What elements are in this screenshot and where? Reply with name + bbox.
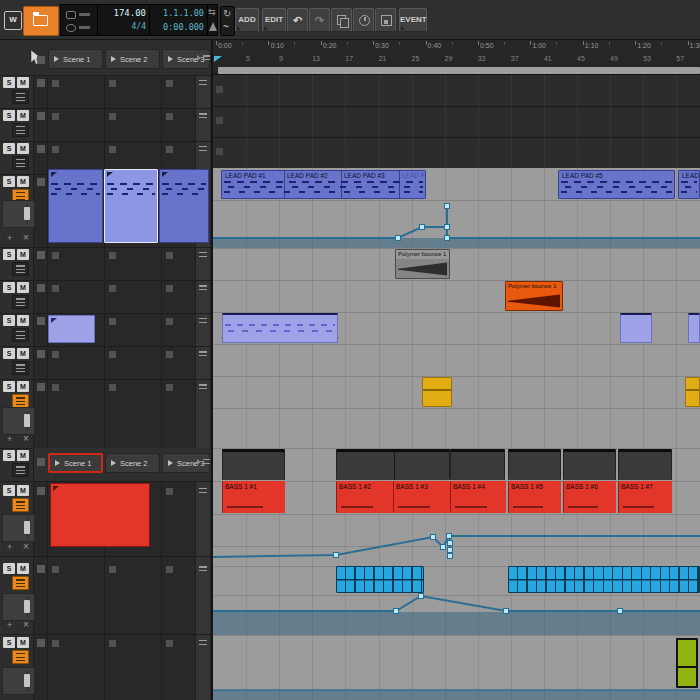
undo-button[interactable]: ↶ — [287, 8, 308, 32]
arranger-clip[interactable]: BASS 1 #5 — [508, 481, 561, 513]
arranger-clip[interactable]: BASS 1 #3 — [393, 481, 450, 513]
clip-slot-button[interactable] — [109, 252, 116, 259]
clip-slot-button[interactable] — [109, 80, 116, 87]
automation-follow-icon[interactable]: ~ — [223, 22, 229, 32]
scene-button[interactable]: Scene 2 — [105, 453, 160, 473]
scene-button[interactable]: Scene 2 — [105, 49, 160, 69]
solo-button[interactable]: S — [3, 77, 15, 88]
arranger-clip[interactable] — [618, 449, 672, 480]
arranger-clip[interactable] — [620, 313, 652, 343]
clip-slot-button[interactable] — [166, 351, 173, 358]
playhead-marker[interactable] — [214, 56, 222, 62]
track-slot-menu-icon[interactable] — [199, 640, 207, 647]
launcher-clip[interactable] — [48, 315, 95, 343]
track-slot-menu-icon[interactable] — [199, 566, 207, 573]
tempo-display[interactable]: 174.00 — [113, 8, 146, 18]
mute-button[interactable]: M — [17, 282, 29, 293]
track-slot-menu-icon[interactable] — [199, 351, 207, 358]
clip-slot-button[interactable] — [52, 285, 59, 292]
arranger-clip[interactable] — [222, 313, 338, 343]
mute-button[interactable]: M — [17, 249, 29, 260]
clip-stop-button[interactable] — [37, 251, 45, 259]
track-menu-icon[interactable] — [12, 328, 29, 342]
clip-slot-button[interactable] — [109, 640, 116, 647]
track-menu-icon[interactable] — [12, 361, 29, 375]
arranger-clip[interactable]: BASS 1 #7 — [618, 481, 672, 513]
clip-slot-button[interactable] — [52, 80, 59, 87]
solo-button[interactable]: S — [3, 249, 15, 260]
delete-lane-button[interactable]: × — [23, 541, 33, 553]
clip-stop-button[interactable] — [37, 79, 45, 87]
solo-button[interactable]: S — [3, 176, 15, 187]
solo-button[interactable]: S — [3, 143, 15, 154]
mute-button[interactable]: M — [17, 450, 29, 461]
mute-button[interactable]: M — [17, 381, 29, 392]
track-menu-icon[interactable] — [12, 650, 29, 664]
clip-slot-button[interactable] — [166, 252, 173, 259]
clip-stop-button[interactable] — [37, 458, 45, 466]
arranger-clip[interactable]: BASS 1 #4 — [450, 481, 506, 513]
mute-button[interactable]: M — [17, 77, 29, 88]
playhead-time-display[interactable]: 0:00.000 — [163, 22, 204, 32]
launcher-clip[interactable] — [159, 169, 209, 243]
scene-button[interactable]: Scene 1 — [48, 453, 103, 473]
track-slot-menu-icon[interactable] — [199, 488, 207, 495]
track-slot-menu-icon[interactable] — [199, 146, 207, 153]
clip-slot-button[interactable] — [52, 252, 59, 259]
history-button[interactable] — [353, 8, 374, 32]
clip-slot-button[interactable] — [109, 285, 116, 292]
solo-button[interactable]: S — [3, 450, 15, 461]
solo-button[interactable]: S — [3, 348, 15, 359]
arranger-audio-clip[interactable]: Polymer bounce 1 — [505, 281, 563, 311]
solo-button[interactable]: S — [3, 637, 15, 648]
clip-slot-button[interactable] — [166, 384, 173, 391]
track-slot-menu-icon[interactable] — [199, 384, 207, 391]
copy-button[interactable] — [331, 8, 352, 32]
clip-stop-button[interactable] — [37, 350, 45, 358]
edit-button[interactable]: EDIT — [262, 8, 286, 32]
track-menu-icon[interactable] — [12, 156, 29, 170]
arranger-clip[interactable] — [676, 638, 698, 688]
metronome-icon[interactable] — [209, 22, 217, 31]
delete-lane-button[interactable]: × — [23, 232, 33, 244]
mute-button[interactable]: M — [17, 563, 29, 574]
track-slot-menu-icon[interactable] — [199, 80, 207, 87]
clip-stop-button[interactable] — [37, 178, 45, 186]
add-automation-lane-button[interactable]: + — [7, 542, 17, 553]
track-menu-icon[interactable] — [12, 498, 29, 512]
mute-button[interactable]: M — [17, 315, 29, 326]
track-slot-menu-icon[interactable] — [199, 113, 207, 120]
track-slot-menu-icon[interactable] — [199, 318, 207, 325]
scene-overflow-play-icon[interactable] — [197, 459, 201, 465]
track-slot-menu-icon[interactable] — [199, 285, 207, 292]
add-button[interactable]: ADD — [235, 8, 259, 32]
solo-button[interactable]: S — [3, 315, 15, 326]
solo-button[interactable]: S — [3, 381, 15, 392]
arranger-clip[interactable] — [685, 377, 700, 407]
fader-handle[interactable] — [24, 414, 30, 427]
clip-slot-button[interactable] — [52, 384, 59, 391]
mute-button[interactable]: M — [17, 176, 29, 187]
mute-button[interactable]: M — [17, 485, 29, 496]
time-signature-display[interactable]: 4/4 — [132, 22, 146, 31]
launcher-clip[interactable] — [104, 169, 158, 243]
zoom-scrollbar[interactable] — [218, 67, 700, 74]
track-menu-icon[interactable] — [12, 262, 29, 276]
window-menu-button[interactable]: W — [4, 11, 22, 30]
solo-button[interactable]: S — [3, 282, 15, 293]
arranger-clip[interactable]: BASS 1 #1 — [222, 481, 285, 513]
add-automation-lane-button[interactable]: + — [7, 233, 17, 244]
arranger-clip[interactable] — [563, 449, 616, 480]
arranger-clip[interactable] — [336, 449, 450, 480]
clip-slot-button[interactable] — [166, 146, 173, 153]
clip-slot-button[interactable] — [52, 640, 59, 647]
arrows-swap-icon[interactable]: ⇆ — [208, 7, 216, 17]
solo-button[interactable]: S — [3, 485, 15, 496]
clip-slot-button[interactable] — [52, 146, 59, 153]
clip-stop-button[interactable] — [37, 317, 45, 325]
track-menu-icon[interactable] — [12, 90, 29, 104]
clip-slot-button[interactable] — [109, 384, 116, 391]
fader-handle[interactable] — [24, 674, 30, 687]
redo-button[interactable]: ↷ — [309, 8, 330, 32]
track-menu-icon[interactable] — [12, 576, 29, 590]
